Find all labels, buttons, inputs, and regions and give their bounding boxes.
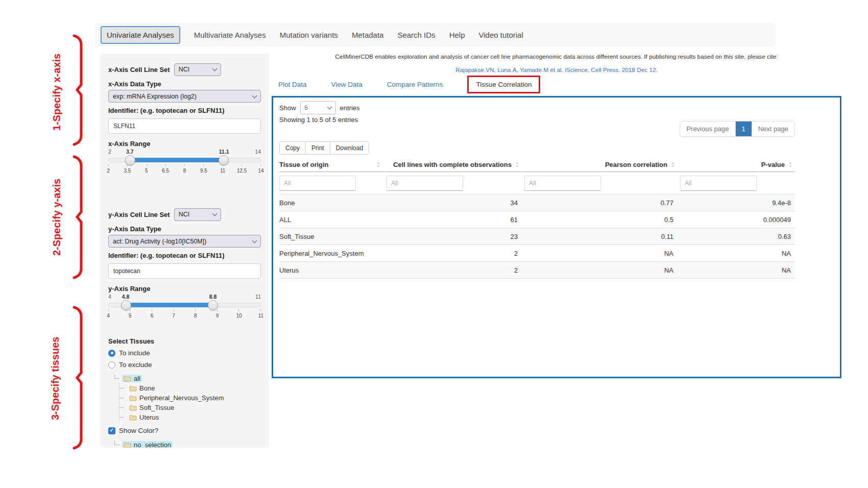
y-slider-ticks [108, 309, 261, 311]
radio-unselected-icon[interactable] [108, 361, 115, 369]
cell-pearson: NA [522, 250, 678, 257]
y-range-min: 4 [108, 294, 111, 300]
y-axis-data-type-select[interactable]: act: Drug Activity (-log10[IC50M]) [108, 235, 261, 248]
previous-page-button[interactable]: Previous page [680, 121, 735, 136]
show-label: Show [279, 104, 296, 112]
chevron-down-icon [252, 238, 257, 243]
tree-node-no-selection[interactable]: no_selection [114, 440, 261, 448]
x-slider-track[interactable] [108, 158, 261, 162]
nav-multivariate-analyses[interactable]: Multivariate Analyses [194, 31, 266, 39]
nav-metadata[interactable]: Metadata [352, 31, 384, 39]
x-slider-ticks [108, 164, 261, 166]
copy-button[interactable]: Copy [280, 142, 305, 154]
show-color-option[interactable]: Show Color? [108, 427, 261, 434]
annotation-step3-label: 3-Specify tissues [50, 312, 61, 444]
nav-mutation-variants[interactable]: Mutation variants [280, 31, 338, 39]
filter-pearson-input[interactable] [524, 176, 601, 191]
print-button[interactable]: Print [305, 142, 330, 154]
filter-p-value-input[interactable] [680, 176, 757, 191]
cell-pearson: NA [522, 266, 678, 274]
nav-help[interactable]: Help [449, 31, 465, 39]
y-axis-cell-line-set-value: NCI [179, 211, 190, 218]
column-header-p-value[interactable]: P-value [678, 161, 795, 168]
download-button[interactable]: Download [330, 142, 369, 154]
table-row-uterus: Uterus 2 NA NA [279, 262, 795, 279]
tab-plot-data[interactable]: Plot Data [278, 81, 307, 88]
tab-view-data[interactable]: View Data [331, 81, 363, 88]
cell-p-value: NA [678, 250, 795, 257]
cell-tissue: Uterus [279, 266, 384, 274]
tab-tissue-correlation[interactable]: Tissue Correlation [467, 76, 540, 93]
tree-node-soft-tissue[interactable]: Soft_Tissue [119, 403, 261, 412]
sort-icon[interactable] [787, 161, 794, 168]
cellminercdb-page: Univariate Analyses Multivariate Analyse… [0, 0, 868, 488]
x-axis-data-type-select[interactable]: exp: mRNA Expression (log2) [108, 90, 261, 103]
y-axis-cell-line-set-label: y-Axis Cell Line Set [108, 211, 170, 218]
tree-node-uterus-label: Uterus [139, 413, 159, 421]
sort-icon[interactable] [669, 161, 677, 168]
column-header-cell-lines[interactable]: Cell lines with complete observations [384, 161, 522, 168]
to-exclude-label: To exclude [119, 361, 152, 369]
tree-node-pns-label: Peripheral_Nervous_System [139, 394, 224, 402]
folder-icon [124, 442, 131, 448]
next-page-button[interactable]: Next page [752, 121, 794, 136]
tree-node-peripheral-nervous-system[interactable]: Peripheral_Nervous_System [119, 393, 261, 403]
x-axis-identifier-input[interactable] [108, 118, 261, 134]
sort-icon[interactable] [375, 161, 382, 168]
current-page-button[interactable]: 1 [735, 121, 752, 136]
column-header-tissue-of-origin[interactable]: Tissue of origin [279, 161, 384, 168]
folder-icon [124, 376, 131, 382]
tab-compare-patterns[interactable]: Compare Patterns [387, 81, 443, 88]
x-axis-data-type-label: x-Axis Data Type [108, 80, 261, 88]
tree-node-bone[interactable]: Bone [119, 383, 261, 393]
y-axis-cell-line-set-select[interactable]: NCI [174, 208, 221, 221]
pagination: Previous page 1 Next page [680, 121, 795, 137]
sort-icon[interactable] [514, 161, 521, 168]
cell-tissue: Soft_Tissue [279, 233, 384, 240]
cell-p-value: NA [678, 266, 795, 274]
chevron-down-icon [252, 93, 257, 98]
y-range-max: 11 [255, 294, 261, 300]
cell-pearson: 0.5 [522, 216, 678, 224]
chevron-down-icon [327, 105, 332, 110]
filter-cell-lines-input[interactable] [387, 176, 463, 191]
show-color-label: Show Color? [119, 427, 158, 434]
correlation-table: Tissue of origin Cell lines with complet… [279, 158, 795, 279]
export-button-group: Copy Print Download [279, 141, 369, 155]
table-row-all: ALL 61 0.5 0.000049 [279, 211, 795, 228]
nav-search-ids[interactable]: Search IDs [397, 31, 435, 39]
cell-count: 23 [384, 233, 522, 240]
x-axis-cell-line-set-label: x-Axis Cell Line Set [108, 66, 170, 74]
result-tabs: Plot Data View Data Compare Patterns Tis… [278, 74, 540, 94]
folder-icon [129, 405, 137, 411]
checkbox-checked-icon[interactable] [108, 427, 115, 434]
y-axis-range-label: y-Axis Range [108, 285, 261, 292]
show-entries-row: Show 5 entries [279, 101, 360, 114]
annotation-step2-label: 2-Specify y-axis [51, 158, 63, 276]
y-axis-range-slider[interactable]: 4 11 4.8 8.8 4567891011 [108, 294, 261, 322]
filter-tissue-input[interactable] [279, 176, 356, 191]
x-axis-range-slider[interactable]: 2 14 3.7 11.1 23.556.589.51112.514 [108, 149, 261, 177]
radio-selected-icon[interactable] [108, 350, 115, 357]
tree-node-uterus[interactable]: Uterus [119, 412, 261, 422]
y-range-high-value: 8.8 [209, 294, 217, 300]
folder-icon [129, 385, 137, 392]
tissue-tree: all Bone Peripheral_Nervous_System [114, 374, 261, 422]
citation-link[interactable]: Rajapakse.VN, Luna.A, Yamade.M et al. iS… [272, 66, 841, 74]
column-header-pearson-correlation[interactable]: Pearson correlation [522, 161, 678, 168]
table-header-row: Tissue of origin Cell lines with complet… [279, 158, 795, 172]
to-exclude-option[interactable]: To exclude [108, 361, 261, 369]
chevron-down-icon [212, 211, 217, 216]
tree-connector [114, 441, 119, 445]
entries-count-select[interactable]: 5 [300, 101, 336, 114]
nav-video-tutorial[interactable]: Video tutorial [478, 31, 523, 39]
table-row-peripheral-nervous-system: Peripheral_Nervous_System 2 NA NA [279, 245, 795, 262]
to-include-option[interactable]: To include [108, 349, 261, 357]
nav-univariate-analyses[interactable]: Univariate Analyses [101, 26, 180, 44]
x-axis-cell-line-set-select[interactable]: NCI [174, 63, 221, 76]
tree-node-all[interactable]: all [114, 374, 261, 383]
y-slider-track[interactable] [108, 303, 261, 307]
annotation-step1-label: 1-Specify x-axis [51, 48, 63, 135]
y-axis-identifier-input[interactable] [108, 263, 261, 279]
settings-sidebar: x-Axis Cell Line Set NCI x-Axis Data Typ… [100, 54, 269, 448]
